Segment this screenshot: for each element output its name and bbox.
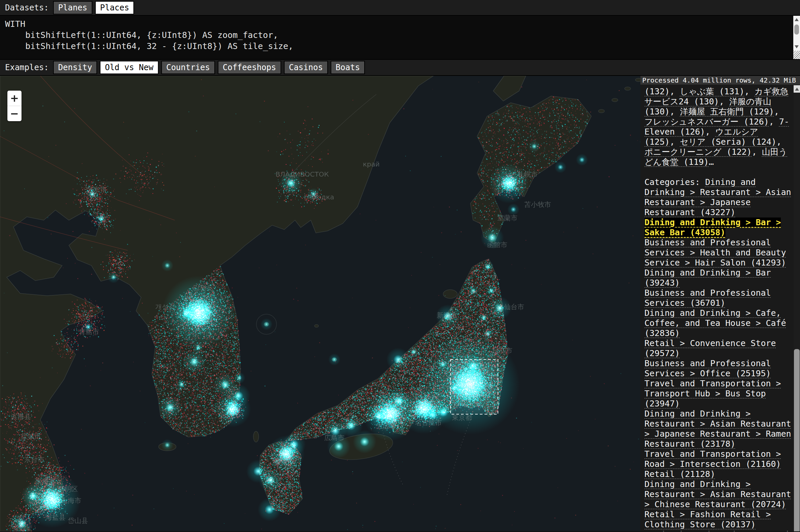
textarea-scrollbar-thumb[interactable]: [794, 24, 799, 35]
category-link[interactable]: Retail (21128): [644, 469, 715, 479]
category-link-selected[interactable]: Dining and Drinking > Bar > Sake Bar (43…: [644, 217, 781, 237]
scroll-up-arrow-icon[interactable]: [795, 18, 799, 21]
category-link[interactable]: Dining and Drinking > Bar (39243): [644, 268, 771, 288]
textarea-resize-grip-icon[interactable]: [793, 51, 800, 59]
category-link[interactable]: Dining and Drinking > Cafe, Coffee, and …: [644, 308, 786, 338]
sidebar-content: (132), しゃぶ葉 (131), カギ救急サービス24 (130), 洋服の…: [644, 87, 792, 531]
brand-link[interactable]: セリア (Seria) (124): [680, 137, 776, 147]
example-button-boats[interactable]: Boats: [331, 61, 365, 74]
sidebar-scroll-up-button[interactable]: [794, 85, 800, 93]
example-button-countries[interactable]: Countries: [161, 61, 215, 74]
example-button-density[interactable]: Density: [53, 61, 97, 74]
examples-label: Examples:: [5, 63, 49, 72]
dataset-button-places[interactable]: Places: [95, 1, 134, 15]
map-viewport[interactable]: + −: [0, 76, 640, 531]
sidebar-scrollbar[interactable]: [794, 84, 800, 531]
map-canvas[interactable]: [0, 76, 640, 531]
query-editor: WITH bitShiftLeft(1::UInt64, {z:UInt8}) …: [0, 16, 800, 59]
datasets-bar: Datasets: PlanesPlaces: [0, 0, 800, 16]
brand-link[interactable]: (132): [644, 87, 670, 96]
brand-link[interactable]: しゃぶ葉 (131): [680, 87, 744, 96]
zoom-out-button[interactable]: −: [7, 106, 21, 121]
category-link[interactable]: Landmarks and Outdoors > Park (19498): [644, 530, 791, 531]
brand-link[interactable]: ポニークリーニング (122): [644, 147, 752, 157]
example-button-coffeeshops[interactable]: Coffeeshops: [218, 61, 281, 74]
datasets-label: Datasets:: [5, 3, 49, 13]
category-link[interactable]: Retail > Convenience Store (29572): [644, 338, 776, 358]
category-link[interactable]: Retail > Fashion Retail > Clothing Store…: [644, 510, 771, 529]
category-link[interactable]: Dining and Drinking > Restaurant > Asian…: [644, 409, 791, 449]
category-link[interactable]: Travel and Transportation > Road > Inter…: [644, 449, 781, 469]
category-link[interactable]: Business and Professional Services (3670…: [644, 288, 771, 308]
example-button-old-vs-new[interactable]: Old vs New: [100, 61, 159, 74]
map-zoom-control: + −: [7, 91, 21, 121]
category-link[interactable]: Business and Professional Services > Off…: [644, 359, 771, 378]
sql-query-textarea[interactable]: WITH bitShiftLeft(1::UInt64, {z:UInt8}) …: [0, 16, 800, 52]
dataset-button-planes[interactable]: Planes: [53, 1, 92, 15]
examples-bar: Examples: DensityOld vs NewCountriesCoff…: [0, 59, 800, 76]
textarea-scrollbar[interactable]: [793, 16, 800, 51]
example-button-casinos[interactable]: Casinos: [284, 61, 328, 74]
status-bar: Processed 4.04 million rows, 42.32 MiB: [640, 76, 800, 84]
zoom-in-button[interactable]: +: [7, 91, 21, 106]
categories-label: Categories:: [644, 177, 705, 187]
category-link[interactable]: Travel and Transportation > Transport Hu…: [644, 379, 781, 408]
brand-link[interactable]: 洋麺屋 五右衛門 (129): [680, 107, 774, 116]
brand-link[interactable]: フレッシュネスバーガー (126): [644, 117, 769, 127]
category-link[interactable]: Business and Professional Services > Hea…: [644, 238, 786, 267]
scroll-down-arrow-icon[interactable]: [795, 45, 799, 48]
category-link[interactable]: Dining and Drinking > Restaurant > Asian…: [644, 479, 791, 509]
sidebar-scrollbar-thumb[interactable]: [794, 349, 800, 531]
results-sidebar: Processed 4.04 million rows, 42.32 MiB (…: [640, 76, 800, 531]
datasets-buttons: PlanesPlaces: [53, 1, 137, 15]
examples-buttons: DensityOld vs NewCountriesCoffeeshopsCas…: [53, 61, 368, 74]
